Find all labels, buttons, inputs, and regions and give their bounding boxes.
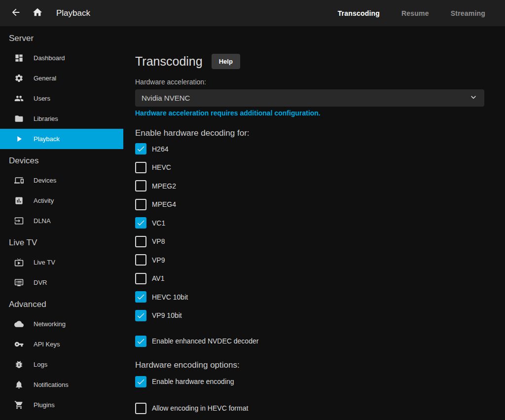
sidebar-section-header: Devices (0, 152, 123, 170)
checkbox-unchecked[interactable] (135, 273, 146, 284)
checkbox-row-vp9[interactable]: VP9 (135, 254, 484, 266)
checkbox-unchecked[interactable] (135, 199, 146, 210)
checkbox-row-av1[interactable]: AV1 (135, 273, 484, 284)
checkbox-label: MPEG2 (152, 182, 176, 190)
sidebar-section-live-tv: Live TVLive TVDVR (0, 233, 123, 293)
sidebar-item-notifications[interactable]: Notifications (0, 375, 123, 395)
codec-checkbox-list: H264HEVCMPEG2MPEG4VC1VP8VP9AV1HEVC 10bit… (135, 143, 484, 321)
hardware-acceleration-config-link[interactable]: Hardware acceleration requires additiona… (135, 109, 321, 117)
check-icon (136, 144, 145, 153)
back-button[interactable] (5, 2, 27, 24)
sidebar-item-label: Networking (34, 320, 66, 328)
sidebar-item-users[interactable]: Users (0, 88, 123, 109)
home-button[interactable] (27, 2, 48, 24)
checkbox-label: HEVC (152, 163, 171, 171)
checkbox-label: H264 (152, 145, 168, 153)
sidebar-item-label: Libraries (34, 115, 58, 122)
topbar: Playback TranscodingResumeStreaming (0, 0, 505, 26)
checkbox-row-vp8[interactable]: VP8 (135, 236, 484, 247)
tab-transcoding[interactable]: Transcoding (338, 9, 380, 17)
sidebar-item-label: Dashboard (34, 54, 65, 62)
sidebar-item-general[interactable]: General (0, 68, 123, 88)
encoding-options-list: Enable hardware encodingAllow encoding i… (135, 376, 484, 414)
sidebar: ServerDashboardGeneralUsersLibrariesPlay… (0, 26, 123, 420)
sidebar-item-dlna[interactable]: DLNA (0, 211, 123, 231)
help-button[interactable]: Help (212, 54, 240, 69)
tab-streaming[interactable]: Streaming (451, 9, 485, 17)
sidebar-item-playback[interactable]: Playback (0, 129, 123, 149)
page-title: Transcoding (135, 54, 203, 69)
checkbox-checked[interactable] (135, 143, 146, 154)
encoding-section-heading: Hardware encoding options: (135, 360, 484, 370)
sidebar-item-label: Notifications (34, 381, 69, 388)
sidebar-section-server: ServerDashboardGeneralUsersLibrariesPlay… (0, 29, 123, 149)
check-icon (136, 292, 145, 302)
sidebar-item-label: Logs (34, 361, 47, 368)
checkbox-label: VP9 (152, 256, 165, 264)
checkbox-row-enable-enhanced-nvdec-decoder[interactable]: Enable enhanced NVDEC decoder (135, 336, 484, 347)
sidebar-item-label: Live TV (34, 259, 55, 266)
check-icon (136, 377, 145, 386)
check-icon (136, 218, 145, 228)
checkbox-unchecked[interactable] (135, 254, 146, 266)
sidebar-section-header: Server (0, 29, 123, 48)
sidebar-item-label: DLNA (34, 217, 51, 225)
key-icon (14, 340, 24, 349)
sidebar-item-libraries[interactable]: Libraries (0, 109, 123, 129)
dashboard-icon (14, 53, 24, 63)
hardware-acceleration-value: Nvidia NVENC (142, 94, 469, 102)
check-icon (136, 337, 145, 346)
checkbox-checked[interactable] (135, 376, 146, 387)
sidebar-item-live-tv[interactable]: Live TV (0, 252, 123, 272)
checkbox-row-mpeg2[interactable]: MPEG2 (135, 180, 484, 191)
checkbox-label: VC1 (152, 219, 165, 227)
cart-icon (14, 400, 24, 410)
checkbox-unchecked[interactable] (135, 162, 146, 173)
checkbox-unchecked[interactable] (135, 180, 146, 191)
checkbox-row-hevc[interactable]: HEVC (135, 162, 484, 173)
checkbox-row-vp9-10bit[interactable]: VP9 10bit (135, 310, 484, 321)
checkbox-row-mpeg4[interactable]: MPEG4 (135, 199, 484, 210)
sidebar-item-label: Plugins (34, 401, 55, 409)
sidebar-item-label: Users (34, 95, 50, 102)
sidebar-section-header: Live TV (0, 233, 123, 252)
users-icon (14, 94, 24, 104)
sidebar-item-networking[interactable]: Networking (0, 314, 123, 334)
sidebar-item-devices[interactable]: Devices (0, 170, 123, 191)
page-title-topbar: Playback (56, 8, 90, 18)
checkbox-label: VP8 (152, 237, 165, 245)
checkbox-row-hevc-10bit[interactable]: HEVC 10bit (135, 291, 484, 303)
sidebar-item-logs[interactable]: Logs (0, 354, 123, 375)
sidebar-item-label: API Keys (34, 341, 60, 348)
checkbox-unchecked[interactable] (135, 403, 146, 414)
sidebar-item-plugins[interactable]: Plugins (0, 395, 123, 415)
sidebar-item-dvr[interactable]: DVR (0, 272, 123, 293)
sidebar-item-label: DVR (34, 279, 47, 286)
checkbox-checked[interactable] (135, 336, 146, 347)
checkbox-row-allow-encoding-in-hevc-format[interactable]: Allow encoding in HEVC format (135, 403, 484, 414)
devices-icon (14, 176, 24, 186)
checkbox-row-enable-hardware-encoding[interactable]: Enable hardware encoding (135, 376, 484, 387)
sidebar-section-header: Advanced (0, 295, 123, 314)
title-row: Transcoding Help (135, 53, 484, 70)
checkbox-label: AV1 (152, 274, 164, 282)
sidebar-item-dashboard[interactable]: Dashboard (0, 48, 123, 68)
checkbox-checked[interactable] (135, 310, 146, 321)
hardware-acceleration-label: Hardware acceleration: (135, 78, 484, 86)
checkbox-checked[interactable] (135, 217, 146, 229)
gear-icon (14, 74, 24, 83)
checkbox-row-h264[interactable]: H264 (135, 143, 484, 154)
checkbox-row-vc1[interactable]: VC1 (135, 217, 484, 229)
bell-icon (14, 380, 24, 390)
hardware-acceleration-select[interactable]: Nvidia NVENC (135, 89, 484, 107)
sidebar-item-api-keys[interactable]: API Keys (0, 334, 123, 354)
decoding-section-heading: Enable hardware decoding for: (135, 128, 484, 138)
sidebar-item-activity[interactable]: Activity (0, 191, 123, 211)
checkbox-label: Enable enhanced NVDEC decoder (152, 337, 258, 345)
tab-resume[interactable]: Resume (401, 9, 429, 17)
home-icon (32, 7, 43, 19)
checkbox-checked[interactable] (135, 291, 146, 303)
checkbox-unchecked[interactable] (135, 236, 146, 247)
activity-chart-icon (14, 196, 24, 206)
play-icon (14, 134, 24, 144)
